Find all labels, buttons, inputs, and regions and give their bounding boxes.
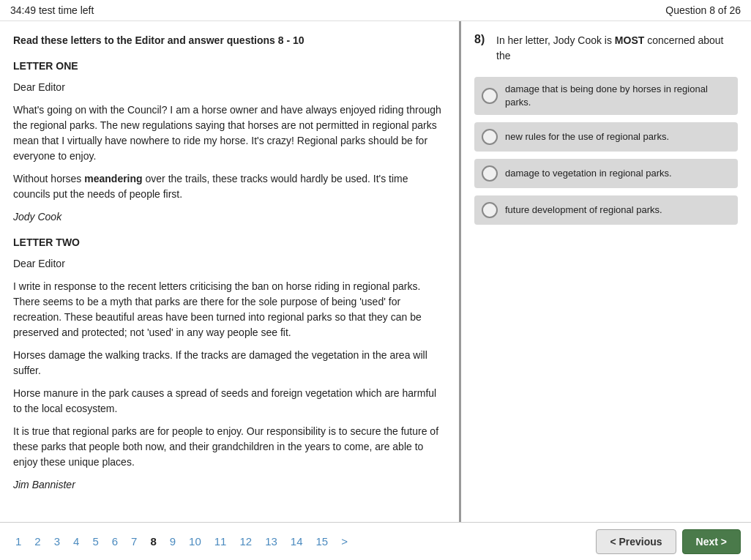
letter-two-signature: Jim Bannister xyxy=(13,477,446,493)
next-button[interactable]: Next > xyxy=(682,529,741,554)
answer-option-opt4[interactable]: future development of regional parks. xyxy=(474,195,738,225)
radio-circle xyxy=(482,129,498,145)
page-numbers: 123456789101112131415> xyxy=(10,532,353,550)
letter-two-salutation: Dear Editor xyxy=(13,256,446,272)
letter-one-p1: What's going on with the Council? I am a… xyxy=(13,102,446,164)
page-num-7[interactable]: 7 xyxy=(126,532,142,550)
letter-one-heading: LETTER ONE xyxy=(13,59,446,74)
answer-label: damage to vegetation in regional parks. xyxy=(505,167,672,180)
radio-circle xyxy=(482,202,498,218)
letter-two-p3: Horse manure in the park causes a spread… xyxy=(13,386,446,417)
question-number: 8) xyxy=(474,33,489,46)
letter-two-heading: LETTER TWO xyxy=(13,235,446,250)
answer-label: damage that is being done by horses in r… xyxy=(505,83,731,109)
page-num-14[interactable]: 14 xyxy=(285,532,308,550)
letter-two-p1: I write in response to the recent letter… xyxy=(13,279,446,340)
reading-passage: Read these letters to the Editor and ans… xyxy=(0,21,461,522)
page-num-12[interactable]: 12 xyxy=(234,532,257,550)
page-num-2[interactable]: 2 xyxy=(29,532,45,550)
previous-button[interactable]: < Previous xyxy=(596,529,676,554)
page-num-13[interactable]: 13 xyxy=(260,532,283,550)
answer-label: new rules for the use of regional parks. xyxy=(505,130,669,143)
page-num-9[interactable]: 9 xyxy=(165,532,181,550)
page-num-8: 8 xyxy=(145,532,161,550)
answer-options: damage that is being done by horses in r… xyxy=(474,77,738,225)
question-counter: Question 8 of 26 xyxy=(665,4,741,16)
answer-option-opt3[interactable]: damage to vegetation in regional parks. xyxy=(474,159,738,188)
question-text-before: In her letter, Jody Cook is xyxy=(496,34,615,46)
page-num-11[interactable]: 11 xyxy=(209,532,232,550)
nav-buttons: < Previous Next > xyxy=(596,529,741,554)
question-panel: 8) In her letter, Jody Cook is MOST conc… xyxy=(461,21,751,522)
answer-option-opt2[interactable]: new rules for the use of regional parks. xyxy=(474,122,738,152)
radio-circle xyxy=(482,165,498,182)
passage-instruction: Read these letters to the Editor and ans… xyxy=(13,33,446,48)
timer: 34:49 test time left xyxy=(10,4,94,16)
question-bold-word: MOST xyxy=(615,34,644,46)
page-num-4[interactable]: 4 xyxy=(68,532,84,550)
page-num-3[interactable]: 3 xyxy=(49,532,65,550)
page-num-10[interactable]: 10 xyxy=(184,532,206,550)
answer-option-opt1[interactable]: damage that is being done by horses in r… xyxy=(474,77,738,115)
page-num-1[interactable]: 1 xyxy=(10,532,26,550)
letter-one-signature: Jody Cook xyxy=(13,209,446,225)
letter-two-p2: Horses damage the walking tracks. If the… xyxy=(13,348,446,378)
page-num-15[interactable]: 15 xyxy=(311,532,334,550)
letter-two-p4: It is true that regional parks are for p… xyxy=(13,424,446,470)
page-num-6[interactable]: 6 xyxy=(107,532,123,550)
bold-meandering: meandering xyxy=(84,173,142,184)
radio-circle xyxy=(482,88,498,104)
letter-one-p2: Without horses meandering over the trail… xyxy=(13,171,446,202)
letter-one-salutation: Dear Editor xyxy=(13,80,446,95)
page-num-5[interactable]: 5 xyxy=(87,532,103,550)
question-text: In her letter, Jody Cook is MOST concern… xyxy=(496,33,738,64)
page-next-arrow[interactable]: > xyxy=(336,532,353,550)
answer-label: future development of regional parks. xyxy=(505,204,662,217)
